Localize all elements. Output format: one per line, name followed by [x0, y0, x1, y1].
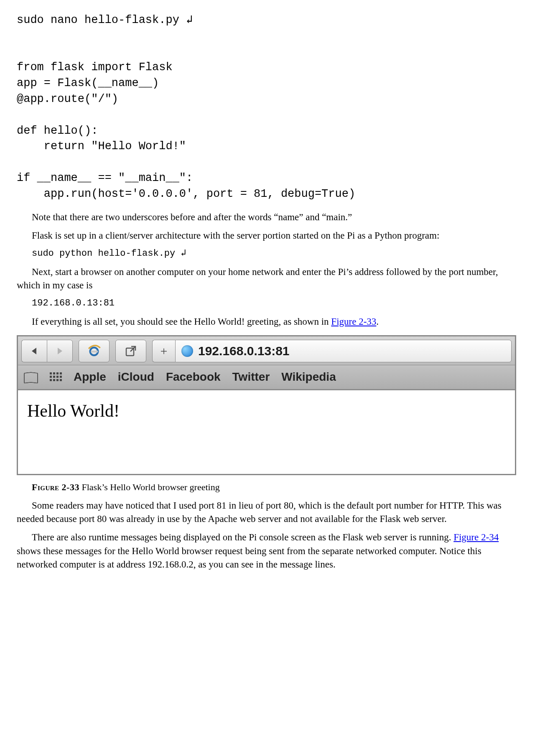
para-client-server: Flask is set up in a client/server archi…	[17, 229, 518, 242]
link-figure-2-34[interactable]: Figure 2-34	[453, 532, 499, 542]
globe-icon	[181, 345, 193, 357]
browser-toolbar: + 192.168.0.13:81	[18, 336, 515, 365]
para-if-everything: If everything is all set, you should see…	[17, 315, 518, 328]
share-button[interactable]	[115, 340, 146, 362]
address-bar[interactable]: 192.168.0.13:81	[175, 340, 512, 362]
top-sites-icon[interactable]	[50, 372, 62, 381]
bookmarks-bar: Apple iCloud Facebook Twitter Wikipedia	[18, 365, 515, 390]
para-port-81: Some readers may have noticed that I use…	[17, 499, 518, 526]
text-segment: shows these messages for the Hello World…	[17, 546, 482, 570]
figure-browser-screenshot: + 192.168.0.13:81 Apple iCloud Facebook …	[17, 335, 516, 475]
figure-caption-text: Flask’s Hello World browser greeting	[79, 482, 220, 492]
para-runtime-messages: There are also runtime messages being di…	[17, 531, 518, 571]
share-icon	[125, 345, 137, 357]
figure-caption-2-33: Figure 2-33 Flask’s Hello World browser …	[32, 481, 518, 494]
text-segment: .	[376, 316, 379, 327]
bookmark-icloud[interactable]: iCloud	[118, 369, 154, 385]
code-block-flask-source: sudo nano hello-flask.py ↲ from flask im…	[17, 13, 518, 202]
bookmark-wikipedia[interactable]: Wikipedia	[281, 369, 336, 385]
bookmark-apple[interactable]: Apple	[74, 369, 106, 385]
note-underscores: Note that there are two underscores befo…	[32, 211, 518, 224]
browser-viewport: Hello World!	[18, 390, 515, 474]
document-page: sudo nano hello-flask.py ↲ from flask im…	[0, 0, 535, 593]
ie-logo-icon	[87, 344, 101, 358]
page-body-text: Hello World!	[27, 399, 506, 423]
reading-list-icon[interactable]	[24, 372, 38, 382]
triangle-right-icon	[56, 347, 64, 355]
address-bar-group: + 192.168.0.13:81	[152, 340, 512, 362]
code-ip-address: 192.168.0.13:81	[32, 297, 518, 310]
figure-label: Figure 2-33	[32, 482, 79, 492]
bookmark-twitter[interactable]: Twitter	[232, 369, 270, 385]
text-segment: There are also runtime messages being di…	[32, 532, 453, 542]
link-figure-2-33[interactable]: Figure 2-33	[331, 316, 376, 327]
plus-icon: +	[160, 342, 168, 360]
browser-engine-button[interactable]	[79, 340, 110, 362]
code-sudo-python: sudo python hello-flask.py ↲	[32, 247, 518, 260]
nav-button-group	[21, 340, 73, 362]
url-text: 192.168.0.13:81	[198, 342, 290, 360]
back-button[interactable]	[21, 340, 47, 362]
forward-button[interactable]	[47, 340, 73, 362]
bookmark-facebook[interactable]: Facebook	[166, 369, 221, 385]
triangle-left-icon	[31, 347, 38, 355]
new-tab-button[interactable]: +	[152, 340, 175, 362]
svg-rect-3	[91, 351, 98, 352]
text-segment: If everything is all set, you should see…	[32, 316, 331, 327]
para-start-browser: Next, start a browser on another compute…	[17, 265, 518, 292]
svg-marker-1	[58, 348, 62, 354]
svg-marker-0	[32, 348, 36, 354]
